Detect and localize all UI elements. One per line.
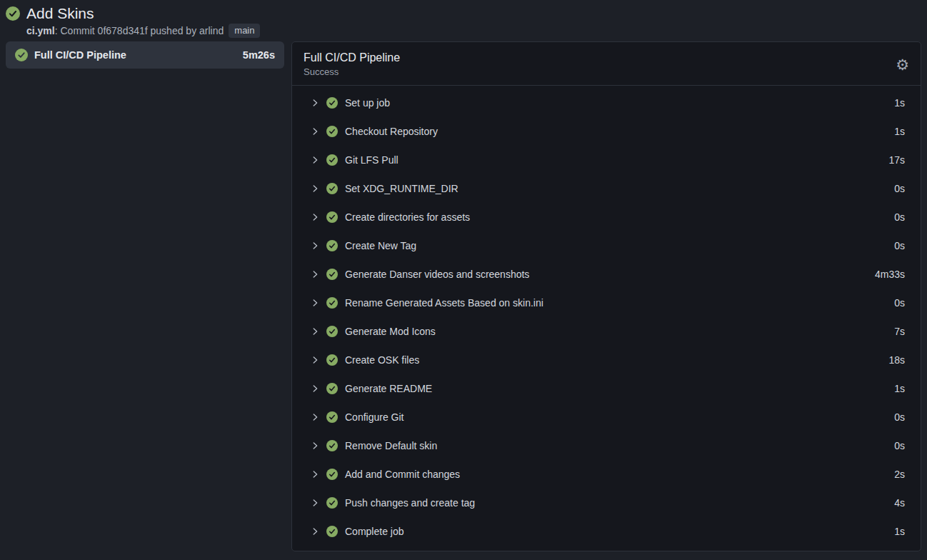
step-duration: 0s: [894, 440, 905, 451]
chevron-right-icon: [310, 126, 320, 136]
chevron-right-icon: [310, 269, 320, 279]
step-duration: 0s: [894, 297, 905, 309]
step-row[interactable]: Create directories for assets 0s: [292, 203, 921, 231]
job-status-text: Success: [304, 66, 400, 78]
job-success-check-icon: [15, 49, 28, 61]
step-duration: 0s: [894, 183, 905, 194]
step-success-check-icon: [326, 97, 338, 109]
step-success-check-icon: [326, 383, 338, 394]
step-duration: 1s: [894, 126, 905, 137]
job-list: Full CI/CD Pipeline 5m26s: [6, 41, 284, 69]
step-success-check-icon: [326, 183, 338, 194]
chevron-right-icon: [310, 355, 320, 365]
step-name: Generate Danser videos and screenshots: [345, 269, 529, 280]
step-row[interactable]: Remove Default skin 0s: [292, 431, 921, 460]
step-name: Rename Generated Assets Based on skin.in…: [345, 297, 543, 309]
step-duration: 1s: [894, 383, 905, 394]
chevron-right-icon: [310, 298, 320, 308]
chevron-right-icon: [310, 98, 320, 108]
step-success-check-icon: [326, 154, 338, 166]
chevron-right-icon: [310, 469, 320, 479]
chevron-right-icon: [310, 384, 320, 394]
step-name: Complete job: [345, 526, 404, 537]
step-success-check-icon: [326, 297, 338, 309]
step-name: Create directories for assets: [345, 211, 470, 223]
step-row[interactable]: Complete job 1s: [292, 517, 921, 546]
chevron-right-icon: [310, 441, 320, 451]
chevron-right-icon: [310, 241, 320, 251]
step-success-check-icon: [326, 211, 338, 223]
step-success-check-icon: [326, 126, 338, 137]
step-row[interactable]: Add and Commit changes 2s: [292, 460, 921, 489]
step-duration: 4s: [894, 497, 905, 509]
chevron-right-icon: [310, 498, 320, 508]
step-duration: 17s: [888, 154, 905, 166]
job-panel-header: Full CI/CD Pipeline Success ⚙: [292, 42, 921, 86]
job-panel-title: Full CI/CD Pipeline: [304, 51, 400, 65]
job-panel: Full CI/CD Pipeline Success ⚙ Set up job…: [291, 41, 921, 551]
chevron-right-icon: [310, 184, 320, 194]
step-duration: 1s: [894, 526, 905, 537]
step-duration: 1s: [894, 97, 905, 109]
step-duration: 0s: [894, 240, 905, 251]
job-duration: 5m26s: [243, 49, 275, 61]
run-title: Add Skins: [26, 4, 260, 22]
step-success-check-icon: [326, 440, 338, 451]
run-header: Add Skins ci.yml: Commit 0f678d341f push…: [0, 0, 927, 41]
step-name: Set XDG_RUNTIME_DIR: [345, 183, 459, 194]
step-duration: 0s: [894, 411, 905, 423]
commit-text: : Commit 0f678d341f pushed by arlind: [55, 25, 224, 36]
step-name: Generate Mod Icons: [345, 326, 436, 337]
step-name: Create OSK files: [345, 354, 419, 366]
step-row[interactable]: Create OSK files 18s: [292, 346, 921, 374]
step-duration: 2s: [894, 469, 905, 480]
steps-list: Set up job 1s Checkout Repository 1s: [292, 86, 921, 551]
step-name: Set up job: [345, 97, 390, 109]
step-row[interactable]: Generate Danser videos and screenshots 4…: [292, 260, 921, 289]
step-success-check-icon: [326, 240, 338, 251]
step-row[interactable]: Checkout Repository 1s: [292, 117, 921, 146]
run-success-check-icon: [6, 6, 20, 21]
chevron-right-icon: [310, 526, 320, 536]
job-name: Full CI/CD Pipeline: [34, 49, 126, 61]
gear-icon[interactable]: ⚙: [896, 57, 909, 72]
step-success-check-icon: [326, 469, 338, 480]
step-row[interactable]: Generate README 1s: [292, 374, 921, 403]
run-layout: Full CI/CD Pipeline 5m26s Full CI/CD Pip…: [0, 41, 927, 551]
step-row[interactable]: Rename Generated Assets Based on skin.in…: [292, 289, 921, 317]
step-duration: 7s: [894, 326, 905, 337]
step-row[interactable]: Set XDG_RUNTIME_DIR 0s: [292, 174, 921, 203]
job-sidebar: Full CI/CD Pipeline 5m26s: [6, 41, 284, 69]
step-success-check-icon: [326, 526, 338, 537]
step-name: Checkout Repository: [345, 126, 438, 137]
job-list-item[interactable]: Full CI/CD Pipeline 5m26s: [6, 41, 284, 69]
step-row[interactable]: Create New Tag 0s: [292, 231, 921, 260]
step-success-check-icon: [326, 411, 338, 423]
step-name: Configure Git: [345, 411, 404, 423]
chevron-right-icon: [310, 155, 320, 165]
step-name: Add and Commit changes: [345, 469, 460, 480]
step-name: Git LFS Pull: [345, 154, 399, 166]
step-success-check-icon: [326, 269, 338, 280]
step-row[interactable]: Push changes and create tag 4s: [292, 489, 921, 517]
step-success-check-icon: [326, 326, 338, 337]
step-row[interactable]: Generate Mod Icons 7s: [292, 317, 921, 346]
step-duration: 0s: [894, 211, 905, 223]
chevron-right-icon: [310, 412, 320, 422]
step-row[interactable]: Configure Git 0s: [292, 403, 921, 431]
step-duration: 4m33s: [875, 269, 905, 280]
run-subtitle: ci.yml: Commit 0f678d341f pushed by arli…: [26, 24, 260, 38]
step-duration: 18s: [888, 354, 905, 366]
branch-badge[interactable]: main: [229, 24, 260, 38]
step-success-check-icon: [326, 354, 338, 366]
step-row[interactable]: Git LFS Pull 17s: [292, 146, 921, 174]
workflow-file-name: ci.yml: [26, 25, 55, 36]
step-success-check-icon: [326, 497, 338, 509]
step-name: Remove Default skin: [345, 440, 437, 451]
step-name: Create New Tag: [345, 240, 416, 251]
step-name: Generate README: [345, 383, 432, 394]
step-name: Push changes and create tag: [345, 497, 475, 509]
chevron-right-icon: [310, 212, 320, 222]
step-row[interactable]: Set up job 1s: [292, 89, 921, 117]
chevron-right-icon: [310, 326, 320, 336]
